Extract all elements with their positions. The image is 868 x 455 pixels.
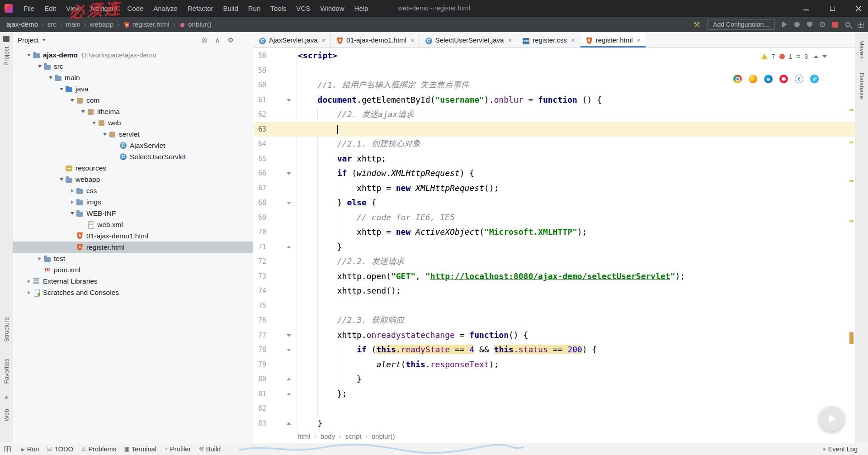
tree-item-web-xml[interactable]: web.xml (13, 219, 253, 230)
fold-close-icon[interactable] (287, 378, 292, 381)
fold-open-icon[interactable] (287, 348, 292, 352)
code-line-78[interactable]: 78 if (this.readyState == 4 && this.stat… (254, 342, 855, 357)
menu-analyze[interactable]: Analyze (148, 0, 182, 17)
chevron-open-icon[interactable] (68, 212, 76, 215)
line-number[interactable]: 58 (254, 48, 266, 63)
line-number[interactable]: 76 (254, 313, 266, 328)
menu-tools[interactable]: Tools (265, 0, 291, 17)
gear-icon[interactable]: ⚙ (228, 36, 234, 44)
debug-icon[interactable] (794, 22, 800, 27)
menu-window[interactable]: Window (315, 0, 349, 17)
chevron-open-icon[interactable] (57, 178, 65, 181)
code-line-61[interactable]: 61 document.getElementById("username").o… (254, 93, 855, 108)
stripe-database-label[interactable]: Database (855, 73, 868, 99)
line-number[interactable]: 81 (254, 387, 266, 402)
fold-open-icon[interactable] (287, 99, 292, 102)
code-line-68[interactable]: 68 } else { (254, 195, 855, 210)
line-number[interactable]: 67 (254, 181, 266, 196)
line-number[interactable]: 75 (254, 299, 266, 313)
breadcrumb-onblur[interactable]: onblur() (179, 20, 212, 28)
tree-item-web-inf[interactable]: WEB-INF (13, 208, 253, 219)
code-line-82[interactable]: 82 (254, 401, 855, 416)
line-number[interactable]: 82 (254, 401, 266, 416)
tree-item-resources[interactable]: resources (13, 162, 253, 174)
close-tab-icon[interactable]: × (410, 36, 415, 44)
editor-breadcrumb-html[interactable]: html (297, 432, 310, 440)
fold-open-icon[interactable] (287, 334, 292, 337)
chevron-open-icon[interactable] (90, 122, 98, 124)
previous-issue-icon[interactable] (814, 55, 818, 58)
menu-navigate[interactable]: Navigate (85, 0, 122, 17)
profiler-icon[interactable] (820, 22, 825, 27)
tab-register-html[interactable]: register.html× (580, 32, 646, 47)
code-line-65[interactable]: 65 var xhttp; (254, 152, 855, 166)
chrome-browser-icon[interactable] (733, 75, 742, 83)
breadcrumb-main[interactable]: main (66, 20, 80, 28)
code-line-75[interactable]: 75 (254, 299, 855, 313)
line-number[interactable]: 66 (254, 166, 266, 181)
edge-browser-icon[interactable] (764, 75, 773, 83)
menu-file[interactable]: File (19, 0, 39, 17)
run-icon[interactable] (782, 21, 787, 28)
line-number[interactable]: 68 (254, 195, 266, 210)
stop-icon[interactable] (832, 22, 838, 28)
hide-panel-icon[interactable]: — (241, 36, 248, 44)
tree-item-imgs[interactable]: imgs (13, 196, 253, 208)
menu-help[interactable]: Help (349, 0, 373, 17)
tree-item-web[interactable]: web (13, 117, 253, 128)
chevron-closed-icon[interactable] (36, 257, 43, 261)
tree-item-main[interactable]: main (13, 72, 253, 83)
code-line-71[interactable]: 71 } (254, 240, 855, 255)
safari-browser-icon[interactable] (810, 75, 819, 83)
line-number[interactable]: 72 (254, 254, 266, 269)
chevron-down-icon[interactable] (42, 39, 46, 41)
tree-item-css[interactable]: css (13, 185, 253, 196)
code-line-70[interactable]: 70 xhttp = new ActiveXObject("Microsoft.… (254, 225, 855, 240)
stripe-web-label[interactable]: Web (0, 409, 13, 422)
firefox-browser-icon[interactable] (749, 75, 757, 83)
editor-breadcrumb-body[interactable]: body (321, 432, 335, 440)
project-panel-title[interactable]: Project (18, 36, 39, 44)
tree-item-test[interactable]: test (13, 253, 253, 264)
tree-item-selectuserservlet[interactable]: SelectUserServlet (13, 151, 253, 162)
tree-item-external-libraries[interactable]: External Libraries (13, 275, 253, 287)
tool-windows-grid-icon[interactable] (858, 22, 863, 28)
fold-open-icon[interactable] (287, 201, 292, 205)
close-tab-icon[interactable]: × (571, 36, 575, 44)
project-tool-icon[interactable] (3, 36, 9, 42)
opera-browser-icon[interactable] (779, 75, 788, 83)
menu-edit[interactable]: Edit (39, 0, 61, 17)
code-line-79[interactable]: 79 alert(this.responseText); (254, 357, 855, 372)
line-number[interactable]: 65 (254, 152, 266, 166)
line-number[interactable]: 63 (254, 122, 266, 137)
tree-item-01-ajax-demo1-html[interactable]: 01-ajax-demo1.html (13, 230, 253, 242)
line-number[interactable]: 62 (254, 107, 266, 122)
statusbar-problems[interactable]: Problems (77, 443, 120, 455)
close-tab-icon[interactable]: × (322, 36, 326, 44)
line-number[interactable]: 71 (254, 240, 266, 255)
tree-item-register-html[interactable]: register.html (13, 242, 253, 253)
statusbar-todo[interactable]: TODO (43, 443, 77, 455)
stripe-maven-label[interactable]: Maven (855, 40, 868, 59)
line-number[interactable]: 70 (254, 225, 266, 240)
code-line-62[interactable]: 62 //2. 发送ajax请求 (254, 107, 855, 122)
line-number[interactable]: 83 (254, 416, 266, 430)
chevron-open-icon[interactable] (57, 88, 65, 90)
tree-item-webapp[interactable]: webapp (13, 174, 253, 185)
statusbar-run[interactable]: Run (17, 443, 43, 455)
code-line-81[interactable]: 81 }; (254, 387, 855, 402)
menu-vcs[interactable]: VCS (291, 0, 315, 17)
line-number[interactable]: 64 (254, 137, 266, 152)
search-icon[interactable] (845, 22, 850, 27)
code-area[interactable]: 58<script>5960 //1. 给用户名输入框绑定 失去焦点事件61 d… (254, 48, 855, 429)
code-line-74[interactable]: 74 xhttp.send(); (254, 284, 855, 299)
add-configuration-button[interactable]: Add Configuration... (707, 19, 775, 30)
stripe-favorites-label[interactable]: Favorites (0, 359, 13, 384)
menu-view[interactable]: View (61, 0, 85, 17)
menu-build[interactable]: Build (218, 0, 243, 17)
collapse-all-icon[interactable]: ∧ (215, 36, 220, 44)
statusbar-event-log[interactable]: Event Log (818, 446, 862, 453)
tree-item-java[interactable]: java (13, 83, 253, 95)
code-line-77[interactable]: 77 xhttp.onreadystatechange = function()… (254, 328, 855, 343)
editor-breadcrumb-script[interactable]: script (345, 432, 362, 440)
